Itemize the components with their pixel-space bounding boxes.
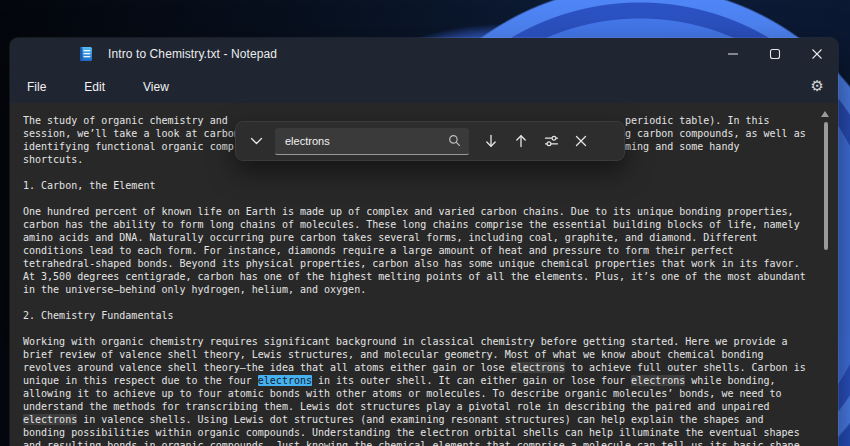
text-line: amino acids and DNA. Naturally occurring…	[23, 231, 838, 244]
find-options-button[interactable]	[536, 127, 566, 155]
window-controls	[712, 38, 838, 70]
text-line: tetrahedral-shaped bonds. Beyond its phy…	[23, 257, 838, 270]
find-match-highlight: electrons	[631, 375, 685, 386]
find-input[interactable]	[283, 134, 448, 148]
sliders-icon	[544, 134, 559, 148]
menu-file[interactable]: File	[23, 77, 50, 97]
text-line: One hundred percent of known life on Ear…	[23, 205, 838, 218]
text-line: 2. Chemistry Fundamentals	[23, 309, 838, 322]
notepad-window: Intro to Chemistry.txt - Notepad Fil	[10, 38, 838, 446]
find-expand-button[interactable]	[241, 127, 271, 155]
window-title: Intro to Chemistry.txt - Notepad	[108, 47, 277, 61]
chevron-down-icon	[250, 137, 263, 146]
menu-edit[interactable]: Edit	[80, 77, 109, 97]
text-line: and resulting bonds in organic compounds…	[23, 439, 838, 446]
find-close-button[interactable]	[566, 127, 596, 155]
find-active-match-highlight: electrons	[258, 375, 312, 386]
arrow-down-icon	[484, 134, 498, 148]
text-line	[23, 296, 838, 309]
text-line: allowing it to achieve up to four atomic…	[23, 387, 838, 400]
find-previous-button[interactable]	[506, 127, 536, 155]
find-match-highlight: electrons	[23, 414, 77, 425]
text-line: carbon has the ability to form long chai…	[23, 218, 838, 231]
text-line	[23, 192, 838, 205]
text-line: bonding possibilities within organic com…	[23, 426, 838, 439]
minimize-button[interactable]	[712, 38, 754, 70]
scrollbar-up-arrow-icon[interactable]	[821, 111, 829, 117]
text-line	[23, 322, 838, 335]
settings-gear-icon[interactable]: ⚙	[807, 77, 828, 96]
find-input-field[interactable]	[275, 128, 469, 155]
text-line: unique in this respect due to the four e…	[23, 374, 838, 387]
find-bar	[235, 121, 625, 161]
text-line: revolves around valence shell theory—the…	[23, 361, 838, 374]
titlebar[interactable]: Intro to Chemistry.txt - Notepad	[10, 38, 838, 70]
menu-bar: File Edit View ⚙	[10, 70, 838, 103]
text-line: in the universe—behind only hydrogen, he…	[23, 283, 838, 296]
menu-view[interactable]: View	[139, 77, 173, 97]
maximize-button[interactable]	[754, 38, 796, 70]
close-icon	[811, 48, 823, 60]
notepad-app-icon	[78, 46, 94, 62]
text-line: electrons in valence shells. Using Lewis…	[23, 413, 838, 426]
search-icon	[448, 134, 461, 147]
find-next-button[interactable]	[476, 127, 506, 155]
text-line: understand the methods for transcribing …	[23, 400, 838, 413]
minimize-icon	[727, 48, 739, 60]
close-icon	[575, 135, 587, 147]
arrow-up-icon	[514, 134, 528, 148]
text-line: conditions lead to each form. For instan…	[23, 244, 838, 257]
editor-lines: The study of organic chemistry and perio…	[23, 114, 838, 446]
find-match-highlight: electrons	[511, 362, 565, 373]
scrollbar-thumb[interactable]	[824, 122, 828, 250]
text-line: At 3,500 degrees centigrade, carbon has …	[23, 270, 838, 283]
text-line: Working with organic chemistry requires …	[23, 335, 838, 348]
maximize-icon	[769, 48, 781, 60]
text-line: 1. Carbon, the Element	[23, 179, 838, 192]
close-button[interactable]	[796, 38, 838, 70]
text-line	[23, 166, 838, 179]
text-line: brief review of valence shell theory, Le…	[23, 348, 838, 361]
